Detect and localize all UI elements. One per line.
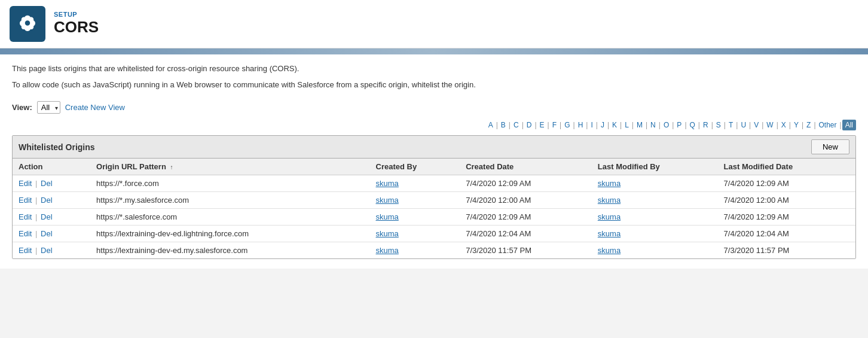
created-by-cell: skuma (370, 175, 460, 192)
edit-link[interactable]: Edit (19, 246, 32, 255)
created-date-cell: 7/4/2020 12:09 AM (460, 209, 592, 226)
del-link[interactable]: Del (41, 179, 53, 188)
alpha-letter-h[interactable]: H (576, 120, 586, 130)
last-modified-by-link[interactable]: skuma (598, 246, 621, 255)
alpha-letter-o[interactable]: O (661, 120, 671, 130)
edit-link[interactable]: Edit (19, 179, 32, 188)
last-modified-date-cell: 7/4/2020 12:00 AM (718, 192, 855, 209)
created-by-cell: skuma (370, 226, 460, 242)
last-modified-by-link[interactable]: skuma (598, 212, 621, 221)
col-created-date: Created Date (460, 159, 592, 175)
created-by-link[interactable]: skuma (376, 196, 399, 205)
alpha-letter-s[interactable]: S (714, 120, 723, 130)
last-modified-date-cell: 7/3/2020 11:57 PM (718, 242, 855, 259)
table-section-title: Whitelisted Origins (19, 142, 811, 152)
action-separator: | (35, 196, 39, 205)
created-by-cell: skuma (370, 209, 460, 226)
alpha-letter-a[interactable]: A (486, 120, 496, 130)
created-date-cell: 7/3/2020 11:57 PM (460, 242, 592, 259)
action-separator: | (35, 179, 39, 188)
del-link[interactable]: Del (41, 229, 53, 238)
alpha-letter-d[interactable]: D (524, 120, 534, 130)
created-by-link[interactable]: skuma (376, 212, 399, 221)
alpha-letter-x[interactable]: X (779, 120, 788, 130)
page-header: SETUP CORS (0, 0, 868, 48)
created-by-link[interactable]: skuma (376, 179, 399, 188)
col-created-by: Created By (370, 159, 460, 175)
last-modified-by-link[interactable]: skuma (598, 196, 621, 205)
alpha-letter-f[interactable]: F (550, 120, 559, 130)
alpha-letter-g[interactable]: G (562, 120, 572, 130)
alpha-letter-u[interactable]: U (738, 120, 748, 130)
action-cell: Edit | Del (13, 175, 90, 192)
alpha-letter-j[interactable]: J (598, 120, 607, 130)
last-modified-by-link[interactable]: skuma (598, 229, 621, 238)
alpha-letter-l[interactable]: L (622, 120, 631, 130)
alpha-letter-m[interactable]: M (634, 120, 645, 130)
table-header-row: Whitelisted Origins New (13, 136, 855, 159)
last-modified-by-cell: skuma (592, 209, 718, 226)
url-pattern-cell: https://*.salesforce.com (90, 209, 369, 226)
alpha-letter-t[interactable]: T (726, 120, 735, 130)
edit-link[interactable]: Edit (19, 212, 32, 221)
alpha-letter-c[interactable]: C (511, 120, 521, 130)
alpha-letter-q[interactable]: Q (687, 120, 698, 130)
url-pattern-cell: https://*.force.com (90, 175, 369, 192)
view-select-wrapper[interactable]: All (37, 101, 60, 114)
alpha-letter-p[interactable]: P (674, 120, 684, 130)
last-modified-by-cell: skuma (592, 226, 718, 242)
action-separator: | (35, 246, 39, 255)
alpha-letter-e[interactable]: E (537, 120, 547, 130)
main-content: This page lists origins that are whiteli… (0, 54, 868, 269)
view-select[interactable]: All (37, 101, 60, 114)
view-label: View: (12, 103, 32, 112)
alpha-letter-other[interactable]: Other (817, 120, 839, 130)
action-cell: Edit | Del (13, 209, 90, 226)
last-modified-date-cell: 7/4/2020 12:09 AM (718, 209, 855, 226)
alpha-letter-k[interactable]: K (610, 120, 619, 130)
created-date-cell: 7/4/2020 12:04 AM (460, 226, 592, 242)
page-title: CORS (54, 18, 99, 36)
last-modified-by-cell: skuma (592, 242, 718, 259)
created-by-link[interactable]: skuma (376, 229, 399, 238)
last-modified-by-link[interactable]: skuma (598, 179, 621, 188)
edit-link[interactable]: Edit (19, 229, 32, 238)
table-section: Whitelisted Origins New Action Origin UR… (12, 135, 856, 259)
del-link[interactable]: Del (41, 246, 53, 255)
action-cell: Edit | Del (13, 192, 90, 209)
alpha-letter-y[interactable]: Y (791, 120, 801, 130)
url-pattern-cell: https://*.my.salesforce.com (90, 192, 369, 209)
url-pattern-cell: https://lextraining-dev-ed.lightning.for… (90, 226, 369, 242)
alpha-letter-n[interactable]: N (648, 120, 658, 130)
alphabet-nav: A|B|C|D|E|F|G|H|I|J|K|L|M|N|O|P|Q|R|S|T|… (12, 120, 856, 130)
alpha-letter-b[interactable]: B (499, 120, 508, 130)
alpha-letter-v[interactable]: V (751, 120, 761, 130)
created-by-cell: skuma (370, 242, 460, 259)
alpha-letter-r[interactable]: R (701, 120, 711, 130)
table-row: Edit | Del https://*.force.com skuma 7/4… (13, 175, 855, 192)
table-row: Edit | Del https://lextraining-dev-ed.li… (13, 226, 855, 242)
alpha-letter-z[interactable]: Z (804, 120, 813, 130)
alpha-letter-all[interactable]: All (842, 120, 856, 130)
table-row: Edit | Del https://*.salesforce.com skum… (13, 209, 855, 226)
setup-icon (10, 6, 45, 42)
action-separator: | (35, 229, 39, 238)
created-date-cell: 7/4/2020 12:00 AM (460, 192, 592, 209)
table-head: Action Origin URL Pattern ↑ Created By C… (13, 159, 855, 175)
edit-link[interactable]: Edit (19, 196, 32, 205)
created-by-link[interactable]: skuma (376, 246, 399, 255)
table-row: Edit | Del https://*.my.salesforce.com s… (13, 192, 855, 209)
view-row: View: All Create New View (12, 101, 856, 114)
last-modified-date-cell: 7/4/2020 12:04 AM (718, 226, 855, 242)
col-url-pattern[interactable]: Origin URL Pattern ↑ (90, 159, 369, 175)
create-new-view-link[interactable]: Create New View (65, 103, 125, 112)
last-modified-by-cell: skuma (592, 192, 718, 209)
del-link[interactable]: Del (41, 196, 53, 205)
blue-band (0, 48, 868, 54)
sort-indicator: ↑ (170, 164, 173, 170)
alpha-letter-i[interactable]: I (588, 120, 595, 130)
new-button[interactable]: New (811, 139, 849, 154)
del-link[interactable]: Del (41, 212, 53, 221)
header-text: SETUP CORS (54, 11, 99, 36)
alpha-letter-w[interactable]: W (764, 120, 775, 130)
